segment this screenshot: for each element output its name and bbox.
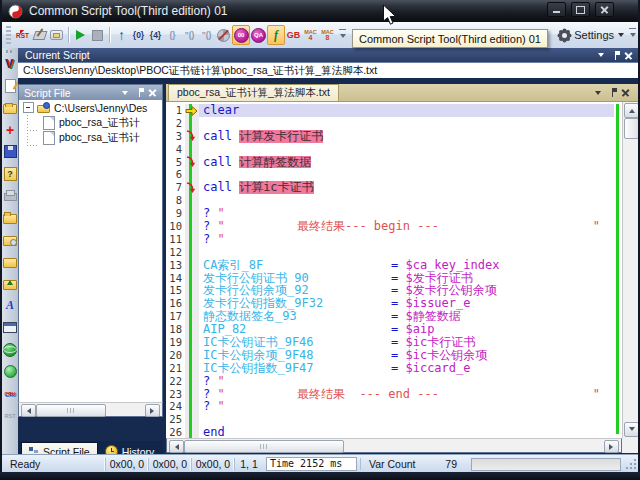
tool-00-icon[interactable]: 00: [232, 25, 250, 45]
tool-gb-icon[interactable]: GB: [285, 25, 302, 45]
reset-icon[interactable]: RST: [14, 25, 31, 45]
code-line-text[interactable]: [199, 246, 614, 259]
brace-0-icon[interactable]: {0}: [130, 25, 147, 45]
maximize-button[interactable]: [571, 2, 590, 17]
paren-q1-icon[interactable]: "(): [181, 25, 198, 45]
tree-file-row[interactable]: pboc_rsa_证书计: [19, 115, 162, 130]
code-line-text[interactable]: [199, 194, 614, 207]
code-line-text[interactable]: ? ": [199, 400, 614, 413]
editor-margin[interactable]: [185, 130, 199, 143]
code-line-text[interactable]: end: [199, 426, 614, 438]
editor-margin[interactable]: [185, 388, 199, 401]
stop-icon[interactable]: [89, 25, 106, 45]
cru-icon[interactable]: CRU: [3, 386, 18, 401]
code-line-text[interactable]: 发卡行公钥指数_9F32= $issuer_e: [199, 297, 614, 310]
code-line-text[interactable]: ? " 最终结果 --- end ---": [199, 388, 614, 401]
code-line-text[interactable]: call 计算静签数据: [199, 156, 614, 169]
panel-menu-button[interactable]: [595, 50, 606, 61]
open-script-icon[interactable]: [3, 100, 18, 115]
code-line-text[interactable]: ? ": [199, 375, 614, 388]
folder-open-icon[interactable]: [3, 210, 18, 225]
editor-hscrollbar[interactable]: [166, 438, 622, 453]
editor-vscrollbar[interactable]: [622, 102, 638, 438]
minimize-button[interactable]: [547, 2, 566, 17]
tree-root-row[interactable]: C:\Users\Jenny\Des: [19, 100, 162, 115]
scroll-down-button[interactable]: [624, 422, 638, 437]
editor-margin[interactable]: [185, 426, 199, 438]
wheel-off-icon[interactable]: [215, 25, 232, 45]
panel-menu-button[interactable]: [119, 87, 130, 98]
editor-pin-button[interactable]: [606, 87, 617, 98]
code-line-text[interactable]: CA索引_8F= $ca_key_index: [199, 259, 614, 272]
toolbar-overflow-button[interactable]: [338, 29, 347, 41]
paren-close-icon[interactable]: (}: [164, 25, 181, 45]
editor-margin[interactable]: [185, 156, 199, 169]
toolbar-grip[interactable]: [6, 26, 11, 44]
toolbar-grip[interactable]: [6, 50, 14, 53]
green-ball-icon[interactable]: [3, 364, 18, 379]
rst-off-icon[interactable]: RST: [3, 408, 18, 423]
editor-margin[interactable]: [185, 413, 199, 426]
code-line-text[interactable]: [199, 413, 614, 426]
code-line-text[interactable]: AIP_82= $aip: [199, 323, 614, 336]
panel-close-button[interactable]: [147, 87, 158, 98]
scroll-right-button[interactable]: [604, 440, 619, 453]
editor-margin[interactable]: [185, 220, 199, 233]
code-editor[interactable]: 1clear23call 计算发卡行证书45call 计算静签数据67call …: [166, 102, 638, 438]
folder-light-icon[interactable]: [3, 254, 18, 269]
run-icon[interactable]: [72, 25, 89, 45]
editor-margin[interactable]: [185, 117, 199, 130]
editor-margin[interactable]: [185, 375, 199, 388]
editor-margin[interactable]: [185, 233, 199, 246]
editor-margin[interactable]: [185, 168, 199, 181]
editor-margin[interactable]: [185, 259, 199, 272]
font-icon[interactable]: A: [3, 298, 18, 313]
editor-margin[interactable]: [185, 310, 199, 323]
code-line-text[interactable]: IC卡公钥证书_9F46= $ic卡行证书: [199, 336, 614, 349]
editor-menu-button[interactable]: [592, 87, 603, 98]
code-line-text[interactable]: call 计算发卡行证书: [199, 130, 614, 143]
tool-qa-icon[interactable]: QA: [250, 25, 267, 45]
code-line-text[interactable]: clear: [199, 104, 614, 117]
edit-pen-icon[interactable]: [31, 25, 48, 45]
scroll-left-button[interactable]: [169, 440, 184, 453]
editor-margin[interactable]: [185, 207, 199, 220]
code-line-text[interactable]: 发卡行公钥余项_92= $发卡行公钥余项: [199, 284, 614, 297]
tool-mac8-icon[interactable]: MAC8: [319, 25, 336, 45]
scroll-right-button[interactable]: [145, 404, 160, 417]
code-line-text[interactable]: IC卡公钥余项_9F48= $ic卡公钥余项: [199, 349, 614, 362]
editor-margin[interactable]: [185, 143, 199, 156]
new-script-icon[interactable]: [3, 78, 18, 93]
editor-margin[interactable]: [185, 284, 199, 297]
folder-up-icon[interactable]: [3, 276, 18, 291]
add-icon[interactable]: +: [3, 122, 18, 137]
scroll-left-button[interactable]: [21, 404, 36, 417]
folder-seal-icon[interactable]: [3, 232, 18, 247]
tool-f-icon[interactable]: f: [267, 25, 285, 45]
code-line-text[interactable]: IC卡公钥指数_9F47= $iccard_e: [199, 362, 614, 375]
upload-icon[interactable]: ↑: [113, 25, 130, 45]
scroll-up-button[interactable]: [624, 103, 638, 118]
editor-margin[interactable]: [185, 181, 199, 194]
panel-pin-button[interactable]: [133, 87, 144, 98]
editor-margin[interactable]: [185, 400, 199, 413]
tree-collapse-icon[interactable]: [23, 102, 34, 113]
editor-margin[interactable]: [185, 272, 199, 285]
brace-4-icon[interactable]: {4}: [147, 25, 164, 45]
editor-margin[interactable]: [185, 323, 199, 336]
editor-close-button[interactable]: [620, 87, 631, 98]
scrollbar-thumb[interactable]: [624, 118, 638, 139]
code-line-text[interactable]: 静态数据签名_93= $静签数据: [199, 310, 614, 323]
panel-close-button[interactable]: [623, 50, 634, 61]
editor-margin[interactable]: [185, 349, 199, 362]
help-icon[interactable]: [3, 166, 18, 181]
editor-margin[interactable]: [185, 362, 199, 375]
editor-tab[interactable]: pboc_rsa_证书计算_算法脚本.txt: [168, 84, 339, 101]
editor-margin[interactable]: [185, 104, 199, 117]
code-line-text[interactable]: [199, 143, 614, 156]
settings-overflow-button[interactable]: [629, 28, 636, 40]
code-line-text[interactable]: [199, 117, 614, 130]
code-line-text[interactable]: call 计算ic卡证书: [199, 181, 614, 194]
button-tool-icon[interactable]: [48, 25, 65, 45]
code-line-text[interactable]: ? ": [199, 207, 614, 220]
